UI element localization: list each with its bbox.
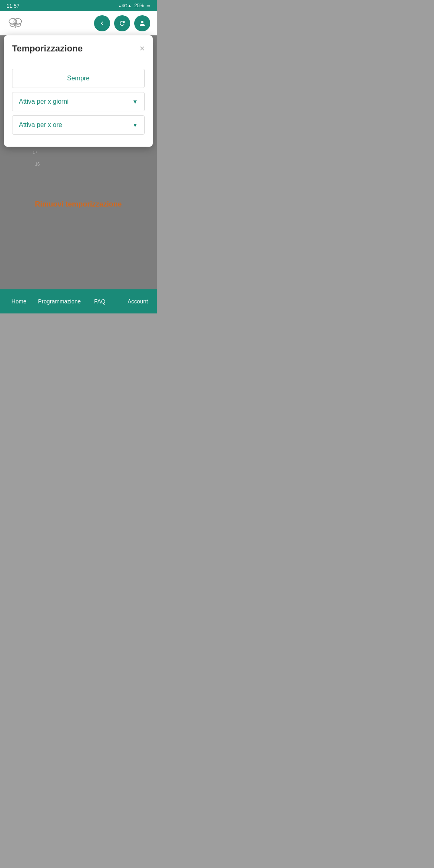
account-button[interactable] (134, 15, 150, 31)
refresh-button[interactable] (114, 15, 130, 31)
battery-percentage: 25% (134, 3, 144, 8)
timer-modal: Temporizzazione × Sempre Attiva per x gi… (4, 35, 153, 147)
butterfly-icon (8, 16, 23, 31)
svg-text:16: 16 (35, 162, 40, 166)
dropdown-arrow-giorni: ▼ (132, 98, 138, 105)
option-giorni[interactable]: Attiva per x giorni ▼ (12, 92, 145, 111)
modal-divider (12, 62, 145, 62)
nav-programmazione[interactable]: Programmazione (38, 298, 81, 305)
svg-text:17: 17 (33, 150, 37, 155)
dropdown-arrow-ore: ▼ (132, 122, 138, 128)
time-display: 11:57 (6, 3, 20, 9)
bottom-navigation: Home Programmazione FAQ Account (0, 289, 157, 313)
nav-account[interactable]: Account (119, 298, 157, 305)
battery-icon: ▭ (146, 3, 150, 8)
app-bar (0, 11, 157, 35)
signal-icon: ⬥4G▲ (119, 3, 132, 8)
app-logo (6, 14, 24, 32)
nav-faq[interactable]: FAQ (81, 298, 119, 305)
status-indicators: ⬥4G▲ 25% ▭ (119, 3, 150, 8)
main-content: Temporizzazione × Sempre Attiva per x gi… (0, 35, 157, 289)
status-bar: 11:57 ⬥4G▲ 25% ▭ (0, 0, 157, 11)
modal-close-button[interactable]: × (139, 44, 145, 53)
nav-home[interactable]: Home (0, 298, 38, 305)
modal-header: Temporizzazione × (12, 43, 145, 54)
option-sempre[interactable]: Sempre (12, 69, 145, 88)
back-button[interactable] (94, 15, 110, 31)
modal-title: Temporizzazione (12, 43, 83, 54)
app-bar-actions (94, 15, 150, 31)
option-ore[interactable]: Attiva per x ore ▼ (12, 115, 145, 135)
svg-point-2 (10, 23, 15, 26)
remove-timer-button[interactable]: Rimuovi temporizzazione (35, 200, 122, 209)
svg-point-3 (16, 23, 20, 26)
